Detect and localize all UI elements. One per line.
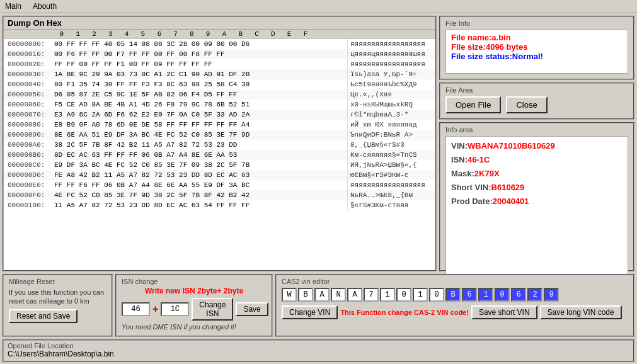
prod-date-value: 20040401 <box>493 196 529 206</box>
vin-digit-input-12[interactable] <box>478 288 493 302</box>
isn-dme-note: You need DME ISN if you changed it! <box>122 323 267 331</box>
file-status-label: File size status: <box>451 52 512 61</box>
short-vin-label: Short VIN: <box>451 183 491 192</box>
mask-label: Mask: <box>451 169 474 178</box>
hex-bytes: FF FF F6 FF 06 0B A7 A4 8E 6E AA 55 E9 D… <box>54 180 347 190</box>
hex-row: 00000050: D6 05 87 2E C5 9C 1E 5F AB 82 … <box>4 89 435 100</box>
isn-input-1[interactable] <box>122 302 150 316</box>
info-short-vin-line: Short VIN:B610629 <box>451 181 623 195</box>
hex-row: 00000040: 80 F1 35 74 39 FF FF F3 F3 8C … <box>4 79 435 89</box>
close-file-button[interactable]: Close <box>506 96 547 113</box>
info-mask-line: Mask:2K79X <box>451 167 623 181</box>
file-area-buttons: Open File Close <box>445 96 628 113</box>
hex-bytes: E3 A9 6C 2A 6D F6 62 E2 E0 7F 0A C0 5F 3… <box>54 110 347 120</box>
vin-digit-input-6[interactable] <box>380 288 395 302</box>
vin-digit-input-15[interactable] <box>527 288 542 302</box>
hex-addr: 00000070: <box>4 110 54 120</box>
hex-bytes: 4E FC 52 C0 85 3E 7F 9D 38 2C 5F 7B 8F 4… <box>54 190 347 200</box>
hex-row: 000000F0: 4E FC 52 C0 85 3E 7F 9D 38 2C … <box>4 190 435 200</box>
hex-panel: Dump On Hex 0 1 2 3 4 5 6 7 8 9 A B C D … <box>3 16 437 271</box>
file-location-bar: Opened File Location C:\Users\Bahram\Des… <box>3 339 634 362</box>
reset-save-button[interactable]: Reset and Save <box>9 309 77 323</box>
hex-row: 000000B0: 8D EC AC 63 FF FF FF 06 0B A7 … <box>4 150 435 160</box>
open-file-button[interactable]: Open File <box>445 96 501 113</box>
vin-digit-input-9[interactable] <box>429 288 444 302</box>
hex-bytes: 80 F1 35 74 39 FF FF F3 F3 8C 63 98 25 5… <box>54 79 347 89</box>
isn-input-row: + Change ISN Save <box>122 298 267 321</box>
change-vin-button[interactable]: Change VIN <box>282 305 338 319</box>
hex-row: 00000000: 00 FF FF FF 40 05 14 08 08 3C … <box>4 39 435 49</box>
hex-header-bytes: 0 1 2 3 4 5 6 7 8 9 A B C D E F <box>54 30 435 38</box>
file-name-display: File name:a.bin <box>451 33 623 42</box>
hex-row: 00000080: E8 B9 0F A0 78 6D 0E DE 58 FF … <box>4 120 435 130</box>
vin-digit-input-14[interactable] <box>511 288 526 302</box>
menu-about[interactable]: Abouth <box>30 1 59 11</box>
vin-digit-input-7[interactable] <box>396 288 411 302</box>
hex-bytes: 11 A5 A7 82 72 53 23 DD 8D EC AC 63 54 F… <box>54 200 347 210</box>
hex-ascii: Це.«,,(Хяя <box>347 89 435 100</box>
file-status-value: Normal! <box>512 52 543 61</box>
hex-rows[interactable]: 00000000: 00 FF FF FF 40 05 14 08 08 3C … <box>4 39 435 270</box>
save-short-vin-button[interactable]: Save short VIN <box>471 305 537 319</box>
hex-addr: 00000100: <box>4 200 54 210</box>
hex-addr: 000000D0: <box>4 170 54 180</box>
info-prod-date-line: Prod Date:20040401 <box>451 195 623 208</box>
hex-ascii: §«rS#ЗКм-сTяяя <box>347 200 435 210</box>
hex-row: 00000070: E3 A9 6C 2A 6D F6 62 E2 E0 7F … <box>4 110 435 120</box>
vin-digit-input-0[interactable] <box>282 288 297 302</box>
file-name-value: a.bin <box>491 33 510 42</box>
hex-ascii: х0-нsКЫМщшьxkRQ <box>347 100 435 110</box>
file-location-path: C:\Users\Bahram\Desktop\a.bin <box>8 350 629 358</box>
vin-digit-input-8[interactable] <box>413 288 428 302</box>
vin-digit-input-4[interactable] <box>347 288 362 302</box>
file-size-label: File size: <box>451 42 486 52</box>
file-location-title: Opened File Location <box>8 342 629 350</box>
hex-addr: 000000E0: <box>4 180 54 190</box>
hex-ascii: яяяяяяяяяяяяяяяяяя <box>347 59 435 69</box>
vin-digit-input-1[interactable] <box>298 288 313 302</box>
hex-row: 000000C0: E9 DF 3A BC 4E FC 52 C0 85 3E … <box>4 160 435 170</box>
hex-panel-title: Dump On Hex <box>4 17 435 30</box>
info-area-title: Info area <box>445 126 628 134</box>
hex-ascii: юЄBм§«rS#ЗКм-с <box>347 170 435 180</box>
vin-digit-input-13[interactable] <box>495 288 510 302</box>
prod-date-label: Prod Date: <box>451 196 493 206</box>
mileage-reset-box: Milleage Reset If you use this function … <box>3 274 113 337</box>
main-container: Dump On Hex 0 1 2 3 4 5 6 7 8 9 A B C D … <box>0 13 637 364</box>
file-area-box: File Area Open File Close <box>439 82 634 120</box>
menu-main[interactable]: Main <box>3 1 24 11</box>
info-area-box: Info area VIN:WBANA71010B610629 ISN:46-1… <box>439 122 634 271</box>
isn-save-button[interactable]: Save <box>236 302 268 316</box>
vin-digit-input-5[interactable] <box>364 288 379 302</box>
hex-ascii: яяяяяяяяяяяяяяяяяя <box>347 39 435 49</box>
hex-bytes: F5 CE AD 8A BE 4B A1 4D 26 F8 79 9C 78 6… <box>54 100 347 110</box>
isn-value: 46-1C <box>468 155 490 164</box>
isn-label: ISN: <box>451 155 468 164</box>
cas2-title: CAS2 vin editor <box>282 278 628 285</box>
save-long-vin-button[interactable]: Save long VIN code <box>540 305 622 319</box>
right-panel: File Info File name:a.bin File size:4096… <box>439 16 634 271</box>
hex-bytes: 38 2C 5F 7B 8F 42 B2 11 A5 A7 82 72 53 2… <box>54 140 347 150</box>
vin-digit-input-16[interactable] <box>544 288 559 302</box>
cas2-buttons-row: Change VIN This Function change CAS-2 VI… <box>282 305 628 319</box>
mileage-title: Milleage Reset <box>9 278 106 285</box>
hex-ascii: ИЯ,jNьRА>ЏBм§«,{ <box>347 160 435 170</box>
vin-digit-input-2[interactable] <box>314 288 330 302</box>
isn-input-2[interactable] <box>161 302 189 316</box>
vin-digit-input-10[interactable] <box>445 288 461 302</box>
vin-value: WBANA71010B610629 <box>468 141 555 151</box>
hex-bytes: E9 DF 3A BC 4E FC 52 C0 85 3E 7F 09 38 2… <box>54 160 347 170</box>
hex-bytes: 8E 6E AA 51 E9 DF 3A BC 4E FC 52 C0 85 3… <box>54 130 347 140</box>
vin-digit-input-11[interactable] <box>462 288 477 302</box>
hex-row: 00000020: FF FF 00 FF FF F1 00 FF 09 FF … <box>4 59 435 69</box>
hex-row: 00000030: 1A BE 9C 29 9A 03 73 0C A1 2C … <box>4 69 435 79</box>
info-isn-line: ISN:46-1C <box>451 153 623 167</box>
change-isn-button[interactable]: Change ISN <box>192 298 233 321</box>
isn-write-label: Write new ISN 2byte+ 2byte <box>122 287 267 295</box>
vin-digit-input-3[interactable] <box>331 288 346 302</box>
hex-content: 0 1 2 3 4 5 6 7 8 9 A B C D E F 00000000… <box>4 30 435 270</box>
cas2-warn-label: This Function change CAS-2 VIN code! <box>340 309 469 316</box>
hex-addr: 00000050: <box>4 89 54 100</box>
hex-bytes: FE A8 42 B2 11 A5 A7 82 72 53 23 DD 8D E… <box>54 170 347 180</box>
file-size-value: 4096 bytes <box>486 42 528 52</box>
